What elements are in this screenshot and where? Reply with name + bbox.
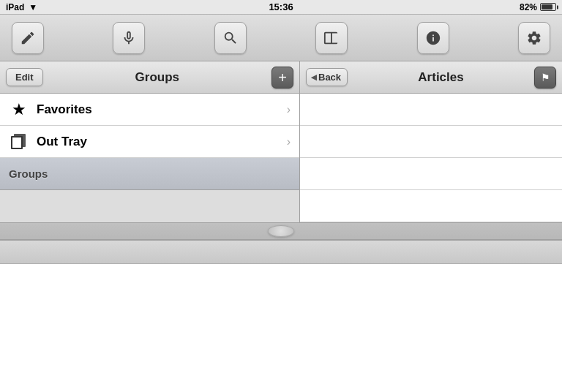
articles-title: Articles — [348, 70, 534, 85]
device-label: iPad — [6, 2, 24, 12]
battery-percent: 82% — [520, 2, 537, 12]
bottom-header-bar — [0, 241, 562, 264]
flag-button[interactable]: ⚑ — [534, 67, 556, 88]
out-tray-chevron: › — [287, 135, 291, 148]
split-view: Edit Groups + ★ Favorites › Out Tray — [0, 61, 562, 222]
microphone-icon — [121, 30, 137, 46]
favorites-label: Favorites — [37, 102, 287, 117]
edit-button[interactable]: Edit — [6, 68, 43, 86]
columns-icon — [323, 30, 340, 46]
out-tray-label: Out Tray — [37, 135, 287, 149]
right-panel: Back Articles ⚑ — [300, 61, 562, 222]
compose-button[interactable] — [12, 22, 44, 54]
article-row[interactable] — [300, 158, 562, 190]
article-row[interactable] — [300, 94, 562, 126]
microphone-button[interactable] — [113, 22, 145, 54]
wifi-icon: ▼ — [29, 2, 37, 12]
info-button[interactable] — [417, 22, 449, 54]
article-row[interactable] — [300, 126, 562, 158]
time-label: 15:36 — [269, 1, 293, 12]
settings-icon — [526, 30, 542, 46]
groups-empty-area — [0, 190, 299, 222]
articles-list — [300, 94, 562, 222]
settings-button[interactable] — [518, 22, 550, 54]
search-icon — [222, 30, 239, 46]
groups-title: Groups — [43, 70, 271, 85]
back-button[interactable]: Back — [306, 68, 348, 86]
divider-handle[interactable] — [268, 225, 294, 237]
out-tray-icon — [9, 132, 29, 152]
bottom-content-area — [0, 264, 562, 392]
groups-section-label: Groups — [9, 167, 48, 180]
toolbar — [0, 15, 562, 61]
favorites-item[interactable]: ★ Favorites › — [0, 94, 299, 126]
main-content: Edit Groups + ★ Favorites › Out Tray — [0, 61, 562, 392]
groups-header: Edit Groups + — [0, 61, 299, 94]
info-icon — [425, 30, 441, 46]
favorites-icon: ★ — [9, 99, 29, 120]
groups-section-row: Groups — [0, 158, 299, 190]
add-group-button[interactable]: + — [271, 67, 293, 88]
favorites-chevron: › — [287, 103, 291, 116]
left-panel: Edit Groups + ★ Favorites › Out Tray — [0, 61, 300, 222]
bottom-panel — [0, 240, 562, 392]
articles-header: Back Articles ⚑ — [300, 61, 562, 94]
columns-button[interactable] — [315, 22, 348, 54]
status-bar: iPad ▼ 15:36 82% — [0, 0, 562, 15]
article-row[interactable] — [300, 190, 562, 222]
compose-icon — [20, 30, 36, 46]
search-button[interactable] — [214, 22, 247, 54]
battery-icon — [540, 3, 556, 11]
divider[interactable] — [0, 222, 562, 240]
out-tray-item[interactable]: Out Tray › — [0, 126, 299, 158]
